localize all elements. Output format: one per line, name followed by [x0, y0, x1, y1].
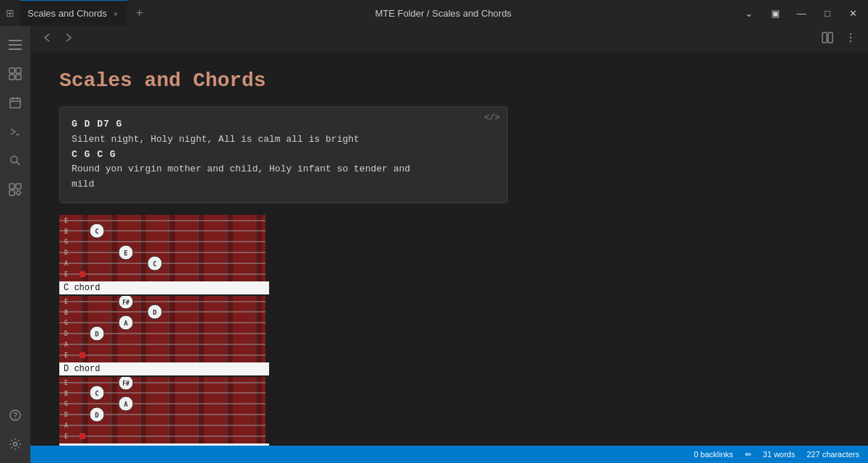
- svg-rect-107: [80, 433, 85, 439]
- svg-text:F#: F#: [122, 300, 129, 306]
- svg-text:D: D: [153, 309, 157, 316]
- breadcrumb-file: Scales and Chords: [432, 8, 511, 19]
- word-count-status: 31 words: [763, 450, 796, 459]
- d7-chord-diagram: E B G D A E F# C A D D7 cho: [59, 377, 269, 446]
- svg-text:A: A: [64, 422, 68, 429]
- new-tab-button[interactable]: +: [133, 7, 145, 20]
- dropdown-button[interactable]: ⌄: [741, 4, 758, 22]
- tab-close-button[interactable]: ×: [111, 8, 120, 20]
- svg-text:E: E: [64, 218, 68, 224]
- lyric-line-1: Silent night, Holy night, All is calm al…: [72, 132, 495, 148]
- svg-rect-1: [9, 44, 22, 46]
- layout-toggle-button[interactable]: [819, 29, 836, 49]
- sidebar-icon-extensions[interactable]: [2, 177, 28, 203]
- svg-rect-0: [9, 40, 22, 41]
- svg-point-19: [14, 443, 17, 446]
- svg-text:E: E: [64, 380, 68, 386]
- svg-text:E: E: [64, 433, 68, 440]
- svg-rect-56: [59, 296, 265, 362]
- char-count-status: 227 characters: [807, 450, 859, 459]
- backlinks-value: 0 backlinks: [694, 450, 733, 459]
- edit-icon: ✏: [745, 450, 752, 459]
- svg-text:D: D: [64, 250, 68, 256]
- svg-text:C: C: [95, 390, 98, 397]
- svg-text:D: D: [95, 331, 99, 338]
- more-options-button[interactable]: [842, 29, 859, 49]
- minimize-button[interactable]: —: [793, 4, 810, 22]
- editor-area[interactable]: Scales and Chords </> G D D7 G Silent ni…: [30, 52, 868, 446]
- svg-text:D: D: [64, 412, 68, 418]
- breadcrumb-folder: MTE Folder: [375, 8, 425, 19]
- active-tab[interactable]: Scales and Chords ×: [20, 0, 127, 26]
- svg-text:B: B: [64, 391, 68, 397]
- svg-text:A: A: [124, 320, 128, 327]
- breadcrumb: MTE Folder / Scales and Chords: [375, 8, 512, 19]
- svg-text:B: B: [64, 310, 68, 316]
- svg-rect-5: [9, 75, 14, 80]
- c-chord-diagram: E B G D A E C E C: [59, 215, 269, 294]
- svg-text:?: ?: [13, 412, 17, 420]
- sidebar-icon-explorer[interactable]: [2, 61, 28, 87]
- svg-rect-47: [80, 271, 85, 277]
- sidebar-icon-terminal[interactable]: [2, 119, 28, 145]
- svg-rect-7: [10, 98, 20, 108]
- titlebar-left: ⊞ Scales and Chords × +: [6, 0, 146, 26]
- svg-text:E: E: [64, 271, 68, 278]
- svg-text:E: E: [64, 299, 68, 305]
- word-count-value: 31 words: [763, 450, 796, 459]
- chord-line-2: C G C G: [72, 148, 495, 163]
- svg-rect-6: [16, 75, 21, 80]
- sidebar-icon-calendar[interactable]: [2, 90, 28, 116]
- svg-point-24: [850, 40, 851, 41]
- sidebar-icon-search[interactable]: [2, 148, 28, 174]
- svg-rect-2: [9, 48, 22, 50]
- svg-rect-76: [80, 352, 85, 358]
- page-title: Scales and Chords: [59, 69, 839, 92]
- d7-chord-fretboard: E B G D A E F# C A D: [59, 377, 265, 443]
- svg-rect-3: [9, 68, 14, 73]
- sidebar-icon-menu[interactable]: [2, 32, 28, 58]
- pencil-icon: ✏: [745, 450, 752, 459]
- sidebar-icon-settings[interactable]: [2, 431, 28, 457]
- d-chord-diagram: E B G D A E F# D A D D chor: [59, 296, 269, 375]
- char-count-value: 227 characters: [807, 450, 859, 459]
- svg-text:F#: F#: [122, 381, 129, 387]
- tab-label: Scales and Chords: [27, 8, 107, 19]
- window-controls: ⌄ ▣ — □ ✕: [741, 4, 862, 22]
- svg-text:C: C: [153, 260, 156, 268]
- c-chord-label: C chord: [59, 281, 269, 294]
- svg-text:A: A: [124, 401, 128, 408]
- svg-point-12: [11, 156, 17, 163]
- backlinks-status: 0 backlinks: [694, 450, 733, 459]
- chord-line-1: G D D7 G: [72, 117, 495, 132]
- forward-button[interactable]: [61, 30, 77, 48]
- lyric-line-2: Round yon virgin mother and child, Holy …: [72, 162, 495, 177]
- window-icon: ⊞: [6, 7, 14, 19]
- svg-text:G: G: [64, 239, 68, 245]
- sidebar-bottom: ?: [2, 402, 28, 457]
- maximize-button[interactable]: □: [819, 4, 836, 22]
- svg-text:B: B: [64, 229, 68, 235]
- svg-rect-20: [822, 33, 827, 43]
- sheet-music-block: </> G D D7 G Silent night, Holy night, A…: [59, 106, 508, 203]
- svg-rect-4: [16, 68, 21, 73]
- c-chord-fretboard: E B G D A E C E C: [59, 215, 265, 281]
- svg-text:G: G: [64, 320, 68, 326]
- back-button[interactable]: [39, 30, 55, 48]
- svg-rect-14: [9, 184, 14, 189]
- sidebar-icon-help[interactable]: ?: [2, 402, 28, 428]
- svg-rect-16: [9, 190, 14, 195]
- svg-rect-21: [828, 33, 833, 43]
- svg-text:D: D: [95, 412, 99, 419]
- svg-text:A: A: [64, 341, 68, 348]
- sidebar: ?: [0, 26, 30, 463]
- close-button[interactable]: ✕: [845, 4, 862, 22]
- d-chord-label: D chord: [59, 362, 269, 375]
- toolbar: [30, 26, 868, 52]
- svg-point-22: [850, 33, 851, 34]
- svg-text:E: E: [124, 250, 127, 257]
- content-area: Scales and Chords </> G D D7 G Silent ni…: [30, 26, 868, 463]
- svg-rect-87: [59, 377, 265, 443]
- lyric-continuation: mild: [72, 177, 495, 192]
- layout-button[interactable]: ▣: [767, 4, 784, 22]
